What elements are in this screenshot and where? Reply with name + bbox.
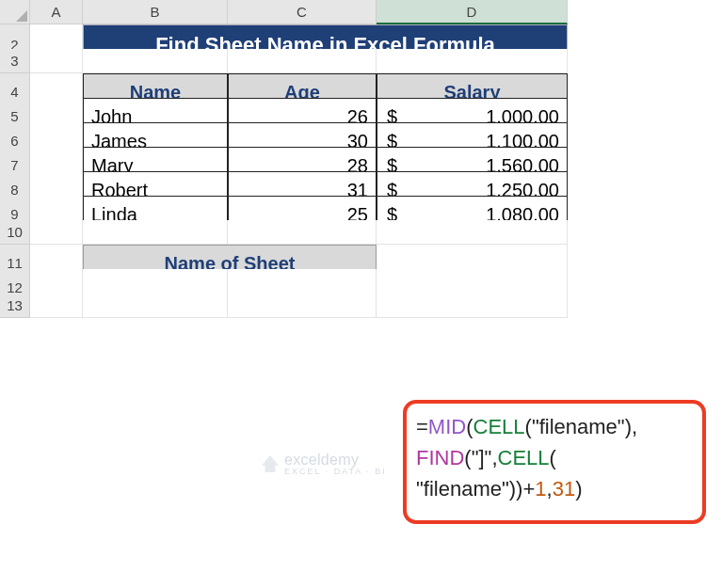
cell-B13[interactable] (83, 294, 228, 318)
cell-B10[interactable] (83, 220, 228, 245)
select-all-corner[interactable] (0, 0, 30, 24)
watermark-brand: exceldemy (284, 452, 359, 468)
col-header-A[interactable]: A (30, 0, 83, 24)
formula-line-1: =MID(CELL("filename"), (416, 411, 693, 442)
cell-D13[interactable] (377, 294, 568, 318)
cell-A3[interactable] (30, 49, 83, 73)
formula-callout: =MID(CELL("filename"), FIND("]",CELL( "f… (403, 400, 706, 524)
watermark: exceldemy EXCEL · DATA · BI (262, 452, 387, 476)
cell-C3[interactable] (228, 49, 377, 73)
formula-line-2: FIND("]",CELL( (416, 442, 693, 473)
formula-line-3: "filename"))+1,31) (416, 473, 693, 504)
spreadsheet-grid: A B C D 2 Find Sheet Name in Excel Formu… (0, 0, 722, 318)
col-header-C[interactable]: C (228, 0, 377, 24)
col-header-D[interactable]: D (377, 0, 568, 24)
row-header-13[interactable]: 13 (0, 294, 30, 318)
watermark-tag: EXCEL · DATA · BI (284, 467, 387, 476)
cell-D3[interactable] (377, 49, 568, 73)
cell-A13[interactable] (30, 294, 83, 318)
cell-B3[interactable] (83, 49, 228, 73)
row-header-10[interactable]: 10 (0, 220, 30, 245)
watermark-icon (262, 455, 279, 472)
cell-A10[interactable] (30, 220, 83, 245)
cell-C10[interactable] (228, 220, 377, 245)
row-header-3[interactable]: 3 (0, 49, 30, 73)
cell-C13[interactable] (228, 294, 377, 318)
cell-D10[interactable] (377, 220, 568, 245)
col-header-B[interactable]: B (83, 0, 228, 24)
